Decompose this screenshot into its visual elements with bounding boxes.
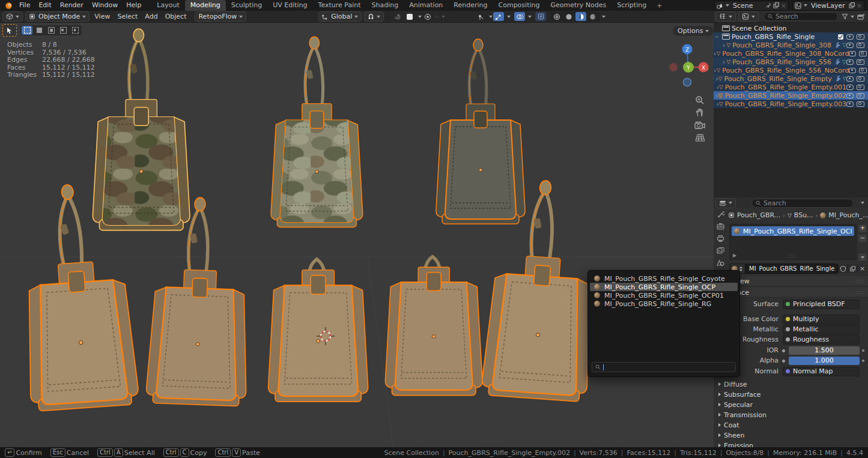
transform-orientation-dropdown[interactable]: Global (318, 11, 362, 22)
fake-user-shield-button[interactable] (838, 264, 848, 273)
proportional-falloff-dropdown[interactable] (434, 12, 445, 21)
roughness-field[interactable]: Roughness (783, 335, 860, 345)
select-mode-extend-button[interactable] (34, 26, 44, 35)
panel-sheen[interactable]: Sheen (714, 430, 868, 440)
new-scene-icon[interactable] (773, 2, 779, 8)
slot-specials-button[interactable] (858, 253, 867, 262)
proportional-editing-toggle[interactable] (422, 12, 433, 21)
hide-in-viewport-icon[interactable] (846, 93, 854, 98)
panel-coat[interactable]: Coat (714, 420, 868, 430)
menu-edit[interactable]: Edit (34, 0, 55, 11)
sidebar-toggle-arrow[interactable]: ‹ (706, 66, 709, 73)
menu-select[interactable]: Select (114, 13, 141, 20)
viewport-options-button[interactable]: Options (673, 26, 714, 36)
panel-transmission[interactable]: Transmission (714, 410, 868, 420)
outliner-object-row[interactable]: › ▽ Pouch_GBRS_Rifle_Single_308 ▽ (714, 41, 868, 49)
outliner-object-row[interactable]: › ▽ Pouch_GBRS_Rifle_Single_556 ▽ (714, 58, 868, 66)
disable-in-renders-icon[interactable] (857, 43, 864, 48)
menu-file[interactable]: File (15, 0, 34, 11)
slot-expand-arrow[interactable]: ▶ (733, 253, 736, 258)
pin-icon[interactable] (765, 2, 771, 8)
panel-specular[interactable]: Specular (714, 400, 868, 409)
workspace-tab-shading[interactable]: Shading (366, 0, 404, 11)
animate-dot[interactable] (862, 360, 864, 362)
outliner-object-row[interactable]: › ▽ Pouch_GBRS_Rifle_Single_308_NoCord (714, 49, 868, 58)
menu-help[interactable]: Help (122, 0, 145, 11)
new-collection-button[interactable] (857, 13, 865, 20)
menu-view[interactable]: View (91, 13, 114, 20)
camera-view-button[interactable] (692, 121, 708, 130)
select-mode-invert-button[interactable] (58, 26, 68, 35)
material-name-field[interactable]: MI_Pouch_GBRS_Rifle_Single_OCP (745, 264, 838, 274)
gizmos-toggle[interactable] (493, 12, 504, 21)
ior-slider[interactable]: 1.500 (789, 346, 860, 355)
scene-collection-row[interactable]: Scene Collection (714, 24, 868, 32)
workspace-tab-animation[interactable]: Animation (404, 0, 448, 11)
mode-selector[interactable]: Object Mode (25, 11, 90, 22)
popup-material-item-highlighted[interactable]: MI_Pouch_GBRS_Rifle_Single_OCP (590, 283, 738, 291)
shading-wireframe-button[interactable] (551, 12, 562, 21)
gizmo-axis-negz[interactable] (684, 79, 691, 86)
collection-row[interactable]: › Pouch_GBRS_Rifle_Single (714, 32, 868, 41)
select-mode-subtract-button[interactable] (46, 26, 56, 35)
toggle-grid-button[interactable] (692, 134, 708, 142)
hide-in-viewport-icon[interactable] (849, 51, 856, 56)
breadcrumb-mesh[interactable]: BSu... (794, 211, 813, 219)
hide-in-viewport-icon[interactable] (846, 34, 854, 40)
new-viewlayer-icon[interactable] (849, 2, 855, 8)
hide-in-viewport-icon[interactable] (846, 76, 854, 82)
chevron-right-icon[interactable]: › (721, 41, 726, 49)
workspace-tab-layout[interactable]: Layout (151, 0, 184, 11)
navigation-gizmo[interactable]: Z X Y (666, 35, 711, 95)
disable-in-renders-icon[interactable] (857, 59, 864, 65)
properties-editor-type-button[interactable] (715, 198, 736, 208)
pouch-ocp-556[interactable] (271, 37, 363, 227)
collection-checkbox[interactable] (838, 34, 843, 40)
outliner-object-row[interactable]: › ▽ Pouch_GBRS_Rifle_Single_Empty.003 (714, 100, 868, 108)
base-color-field[interactable]: Multiply (783, 315, 860, 324)
outliner-object-row[interactable]: › ▽ Pouch_GBRS_Rifle_Single_Empty ▽ (714, 74, 868, 83)
alpha-slider[interactable]: 1.000 (789, 357, 860, 365)
workspace-tab-uv-editing[interactable]: UV Editing (267, 0, 312, 11)
hide-in-viewport-icon[interactable] (846, 59, 854, 65)
outliner-object-row[interactable]: › ▽ Pouch_GBRS_Rifle_Single_556_NoCord (714, 66, 868, 74)
surface-shader-field[interactable]: Principled BSDF (783, 300, 860, 309)
editor-type-button[interactable] (2, 11, 23, 22)
hide-in-viewport-icon[interactable] (846, 101, 854, 107)
material-slot-row[interactable]: MI_Pouch_GBRS_Rifle_Single_OCP (732, 226, 854, 236)
panel-diffuse[interactable]: Diffuse (714, 379, 868, 389)
viewport-3d[interactable]: Objects8 / 8 Vertices7,536 / 7,536 Edges… (0, 22, 714, 447)
popup-search-input[interactable] (592, 362, 736, 372)
popup-material-item[interactable]: MI_Pouch_GBRS_Rifle_Single_RG (590, 300, 738, 308)
snap-target-swatch[interactable] (404, 12, 415, 21)
menu-render[interactable]: Render (56, 0, 88, 11)
disable-in-renders-icon[interactable] (857, 93, 864, 98)
viewlayer-selector[interactable]: ViewLayer × (792, 1, 864, 11)
select-mode-set-button[interactable] (22, 26, 32, 35)
tab-render-icon[interactable] (717, 223, 724, 231)
outliner-filter-button[interactable] (842, 13, 854, 20)
menu-window[interactable]: Window (88, 0, 122, 11)
breadcrumb-material[interactable]: MI_Pouch_... (828, 211, 868, 219)
pan-view-button[interactable] (692, 108, 708, 118)
menu-object[interactable]: Object (162, 13, 190, 20)
normal-field[interactable]: Normal Map (783, 367, 860, 376)
popup-material-item[interactable]: MI_Pouch_GBRS_Rifle_Single_Coyote (590, 274, 738, 283)
retopoflow-menu[interactable]: RetopoFlow (195, 11, 246, 22)
properties-search-input[interactable]: Search (751, 199, 854, 208)
metallic-field[interactable]: Metallic (783, 325, 860, 334)
pouch-multicam-308[interactable] (93, 29, 190, 231)
proportional-editing-spiral-toggle[interactable] (392, 12, 403, 21)
outliner-object-row[interactable]: › ▽ Pouch_GBRS_Rifle_Single_Empty.001 (714, 83, 868, 91)
add-workspace-button[interactable]: + (652, 2, 667, 10)
shading-solid-button[interactable] (563, 12, 574, 21)
pouch-coyote-3[interactable] (269, 259, 368, 402)
outliner-editor-type-button[interactable] (715, 11, 736, 22)
pouch-ranger-green[interactable] (436, 39, 525, 224)
tab-scene-icon[interactable] (717, 259, 724, 267)
resize-grip[interactable]: :::: (788, 253, 797, 259)
xray-toggle[interactable] (535, 12, 546, 21)
disable-in-renders-icon[interactable] (857, 76, 864, 82)
overlays-toggle[interactable] (514, 12, 525, 21)
workspace-tab-sculpting[interactable]: Sculpting (226, 0, 267, 11)
